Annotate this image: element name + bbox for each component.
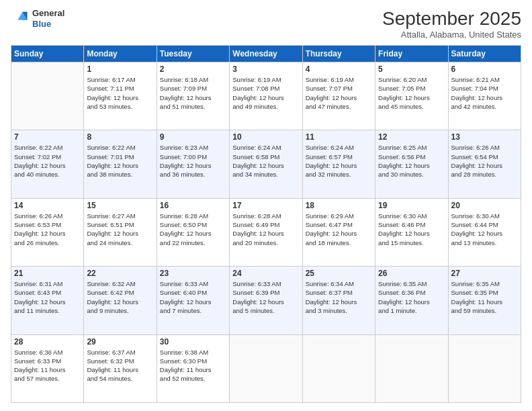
day-number: 25	[306, 269, 372, 278]
col-thursday: Thursday	[302, 46, 375, 62]
day-info: Sunrise: 6:19 AMSunset: 7:07 PMDaylight:…	[306, 75, 372, 111]
day-number: 3	[232, 64, 299, 74]
logo-line1: General	[32, 8, 64, 19]
day-number: 16	[160, 201, 226, 210]
table-cell: 8Sunrise: 6:22 AMSunset: 7:01 PMDaylight…	[84, 130, 157, 198]
table-cell: 1Sunrise: 6:17 AMSunset: 7:11 PMDaylight…	[84, 62, 157, 130]
day-number: 12	[378, 132, 445, 142]
day-number: 29	[87, 337, 153, 347]
table-cell: 3Sunrise: 6:19 AMSunset: 7:08 PMDaylight…	[230, 62, 302, 130]
day-number: 8	[87, 132, 153, 142]
day-info: Sunrise: 6:35 AMSunset: 6:35 PMDaylight:…	[451, 279, 518, 315]
table-cell: 9Sunrise: 6:23 AMSunset: 7:00 PMDaylight…	[157, 130, 229, 198]
day-info: Sunrise: 6:25 AMSunset: 6:56 PMDaylight:…	[378, 143, 445, 179]
calendar-week-row: 21Sunrise: 6:31 AMSunset: 6:43 PMDayligh…	[11, 267, 521, 334]
table-cell: 18Sunrise: 6:29 AMSunset: 6:47 PMDayligh…	[302, 198, 375, 266]
table-cell: 23Sunrise: 6:33 AMSunset: 6:40 PMDayligh…	[157, 267, 229, 334]
day-number: 5	[378, 64, 445, 74]
col-monday: Monday	[84, 46, 157, 62]
day-info: Sunrise: 6:26 AMSunset: 6:54 PMDaylight:…	[451, 143, 518, 179]
table-cell: 7Sunrise: 6:22 AMSunset: 7:02 PMDaylight…	[11, 130, 84, 198]
day-number: 6	[451, 64, 518, 74]
day-info: Sunrise: 6:24 AMSunset: 6:57 PMDaylight:…	[306, 143, 372, 179]
table-cell: 20Sunrise: 6:30 AMSunset: 6:44 PMDayligh…	[448, 198, 521, 266]
col-tuesday: Tuesday	[157, 46, 229, 62]
day-number: 30	[160, 337, 226, 347]
day-info: Sunrise: 6:37 AMSunset: 6:32 PMDaylight:…	[87, 348, 153, 383]
table-cell: 27Sunrise: 6:35 AMSunset: 6:35 PMDayligh…	[448, 267, 521, 334]
day-number: 23	[160, 269, 226, 278]
day-number: 27	[451, 269, 518, 278]
day-info: Sunrise: 6:20 AMSunset: 7:05 PMDaylight:…	[378, 75, 445, 111]
table-cell: 14Sunrise: 6:26 AMSunset: 6:53 PMDayligh…	[11, 198, 84, 266]
day-info: Sunrise: 6:38 AMSunset: 6:30 PMDaylight:…	[160, 348, 226, 383]
calendar-table: Sunday Monday Tuesday Wednesday Thursday…	[11, 45, 521, 403]
table-cell: 21Sunrise: 6:31 AMSunset: 6:43 PMDayligh…	[11, 267, 84, 334]
day-info: Sunrise: 6:28 AMSunset: 6:50 PMDaylight:…	[160, 212, 226, 247]
day-info: Sunrise: 6:33 AMSunset: 6:40 PMDaylight:…	[160, 279, 226, 315]
table-cell: 13Sunrise: 6:26 AMSunset: 6:54 PMDayligh…	[448, 130, 521, 198]
day-info: Sunrise: 6:36 AMSunset: 6:33 PMDaylight:…	[14, 348, 81, 383]
day-number: 26	[378, 269, 445, 278]
logo: General Blue	[11, 8, 64, 29]
table-cell: 29Sunrise: 6:37 AMSunset: 6:32 PMDayligh…	[84, 334, 157, 402]
day-number: 28	[14, 337, 81, 347]
table-cell: 19Sunrise: 6:30 AMSunset: 6:46 PMDayligh…	[375, 198, 448, 266]
day-number: 1	[87, 64, 153, 74]
day-number: 14	[14, 201, 81, 210]
table-cell: 6Sunrise: 6:21 AMSunset: 7:04 PMDaylight…	[448, 62, 521, 130]
day-info: Sunrise: 6:23 AMSunset: 7:00 PMDaylight:…	[160, 143, 226, 179]
day-number: 17	[232, 201, 299, 210]
day-info: Sunrise: 6:34 AMSunset: 6:37 PMDaylight:…	[306, 279, 372, 315]
table-cell	[11, 62, 84, 130]
day-number: 7	[14, 132, 81, 142]
day-info: Sunrise: 6:35 AMSunset: 6:36 PMDaylight:…	[378, 279, 445, 315]
col-sunday: Sunday	[11, 46, 84, 62]
table-cell: 25Sunrise: 6:34 AMSunset: 6:37 PMDayligh…	[302, 267, 375, 334]
day-info: Sunrise: 6:33 AMSunset: 6:39 PMDaylight:…	[232, 279, 299, 315]
table-cell: 16Sunrise: 6:28 AMSunset: 6:50 PMDayligh…	[157, 198, 229, 266]
title-block: September 2025 Attalla, Alabama, United …	[382, 8, 521, 40]
location: Attalla, Alabama, United States	[382, 30, 521, 40]
day-number: 20	[451, 201, 518, 210]
day-info: Sunrise: 6:18 AMSunset: 7:09 PMDaylight:…	[160, 75, 226, 111]
day-info: Sunrise: 6:26 AMSunset: 6:53 PMDaylight:…	[14, 212, 81, 247]
table-cell: 11Sunrise: 6:24 AMSunset: 6:57 PMDayligh…	[302, 130, 375, 198]
logo-line2: Blue	[32, 19, 64, 30]
day-info: Sunrise: 6:22 AMSunset: 7:01 PMDaylight:…	[87, 143, 153, 179]
logo-text: General Blue	[32, 8, 64, 29]
day-number: 13	[451, 132, 518, 142]
day-info: Sunrise: 6:22 AMSunset: 7:02 PMDaylight:…	[14, 143, 81, 179]
table-cell: 5Sunrise: 6:20 AMSunset: 7:05 PMDaylight…	[375, 62, 448, 130]
day-info: Sunrise: 6:28 AMSunset: 6:49 PMDaylight:…	[232, 212, 299, 247]
table-cell: 24Sunrise: 6:33 AMSunset: 6:39 PMDayligh…	[230, 267, 302, 334]
month-title: September 2025	[382, 8, 521, 30]
table-cell: 4Sunrise: 6:19 AMSunset: 7:07 PMDaylight…	[302, 62, 375, 130]
calendar-header-row: Sunday Monday Tuesday Wednesday Thursday…	[11, 46, 521, 62]
table-cell: 22Sunrise: 6:32 AMSunset: 6:42 PMDayligh…	[84, 267, 157, 334]
calendar-week-row: 28Sunrise: 6:36 AMSunset: 6:33 PMDayligh…	[11, 334, 521, 402]
day-info: Sunrise: 6:31 AMSunset: 6:43 PMDaylight:…	[14, 279, 81, 315]
calendar-week-row: 7Sunrise: 6:22 AMSunset: 7:02 PMDaylight…	[11, 130, 521, 198]
table-cell: 10Sunrise: 6:24 AMSunset: 6:58 PMDayligh…	[230, 130, 302, 198]
day-info: Sunrise: 6:19 AMSunset: 7:08 PMDaylight:…	[232, 75, 299, 111]
table-cell: 26Sunrise: 6:35 AMSunset: 6:36 PMDayligh…	[375, 267, 448, 334]
day-info: Sunrise: 6:21 AMSunset: 7:04 PMDaylight:…	[451, 75, 518, 111]
table-cell	[302, 334, 375, 402]
calendar-week-row: 1Sunrise: 6:17 AMSunset: 7:11 PMDaylight…	[11, 62, 521, 130]
table-cell: 30Sunrise: 6:38 AMSunset: 6:30 PMDayligh…	[157, 334, 229, 402]
logo-icon	[11, 9, 30, 28]
day-number: 18	[306, 201, 372, 210]
day-number: 24	[232, 269, 299, 278]
day-info: Sunrise: 6:17 AMSunset: 7:11 PMDaylight:…	[87, 75, 153, 111]
table-cell	[448, 334, 521, 402]
col-saturday: Saturday	[448, 46, 521, 62]
day-info: Sunrise: 6:30 AMSunset: 6:46 PMDaylight:…	[378, 212, 445, 247]
day-number: 9	[160, 132, 226, 142]
day-number: 15	[87, 201, 153, 210]
col-wednesday: Wednesday	[230, 46, 302, 62]
col-friday: Friday	[375, 46, 448, 62]
day-info: Sunrise: 6:32 AMSunset: 6:42 PMDaylight:…	[87, 279, 153, 315]
calendar-week-row: 14Sunrise: 6:26 AMSunset: 6:53 PMDayligh…	[11, 198, 521, 266]
table-cell: 28Sunrise: 6:36 AMSunset: 6:33 PMDayligh…	[11, 334, 84, 402]
